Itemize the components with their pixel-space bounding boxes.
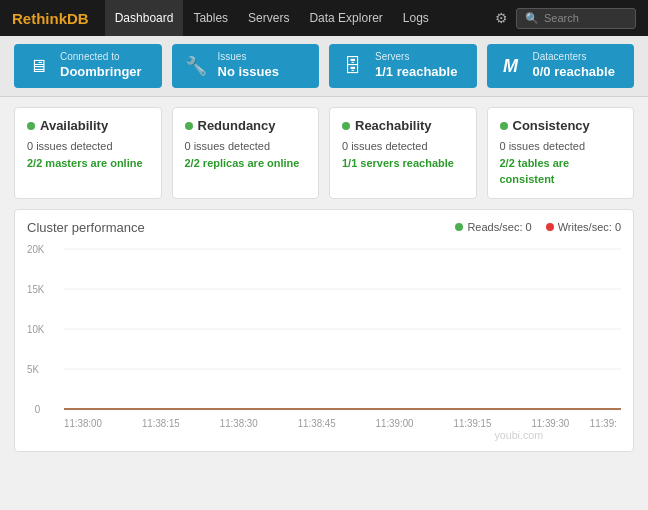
y-label-5k: 5K (27, 364, 39, 375)
x-label-0: 11:38:00 (64, 418, 102, 429)
x-label-3: 11:38:45 (298, 418, 336, 429)
x-label-6: 11:39:30 (531, 418, 569, 429)
chart-svg: 20K 15K 10K 5K 0 11:38:00 11:38:15 11:38… (27, 241, 621, 441)
health-reachability: Reachability 0 issues detected 1/1 serve… (329, 107, 477, 199)
chart-panel: Cluster performance Reads/sec: 0 Writes/… (14, 209, 634, 452)
servers-value: 1/1 reachable (375, 63, 457, 81)
consistency-title: Consistency (513, 118, 590, 133)
reads-legend-label: Reads/sec: 0 (467, 221, 531, 233)
status-connected[interactable]: 🖥 Connected to Doombringer (14, 44, 162, 88)
consistency-line1: 0 issues detected (500, 138, 622, 155)
search-input[interactable] (544, 12, 634, 24)
health-consistency: Consistency 0 issues detected 2/2 tables… (487, 107, 635, 199)
connected-value: Doombringer (60, 63, 142, 81)
reachability-line1: 0 issues detected (342, 138, 464, 155)
x-label-7: 11:39: (590, 418, 617, 429)
reads-legend-dot (455, 223, 463, 231)
issues-value: No issues (218, 63, 279, 81)
datacenters-value: 0/0 reachable (533, 63, 615, 81)
brand-db: DB (67, 10, 89, 27)
availability-dot (27, 122, 35, 130)
status-datacenters[interactable]: M Datacenters 0/0 reachable (487, 44, 635, 88)
connected-icon: 🖥 (26, 56, 50, 77)
availability-line2: 2/2 masters are online (27, 155, 149, 172)
brand-rethink: Rethink (12, 10, 67, 27)
status-servers[interactable]: 🗄 Servers 1/1 reachable (329, 44, 477, 88)
x-label-4: 11:39:00 (376, 418, 414, 429)
x-label-2: 11:38:30 (220, 418, 258, 429)
watermark: youbi.com (494, 429, 543, 441)
nav-dashboard[interactable]: Dashboard (105, 0, 184, 36)
datacenters-label: Datacenters (533, 51, 615, 63)
nav-tables[interactable]: Tables (183, 0, 238, 36)
search-box[interactable]: 🔍 (516, 8, 636, 29)
writes-legend-label: Writes/sec: 0 (558, 221, 621, 233)
navbar: RethinkDB Dashboard Tables Servers Data … (0, 0, 648, 36)
redundancy-line1: 0 issues detected (185, 138, 307, 155)
brand-logo[interactable]: RethinkDB (12, 10, 89, 27)
issues-label: Issues (218, 51, 279, 63)
nav-data-explorer[interactable]: Data Explorer (299, 0, 392, 36)
redundancy-dot (185, 122, 193, 130)
reachability-line2: 1/1 servers reachable (342, 155, 464, 172)
writes-legend-dot (546, 223, 554, 231)
consistency-dot (500, 122, 508, 130)
redundancy-line2: 2/2 replicas are online (185, 155, 307, 172)
x-label-1: 11:38:15 (142, 418, 180, 429)
nav-servers[interactable]: Servers (238, 0, 299, 36)
chart-area: 20K 15K 10K 5K 0 11:38:00 11:38:15 11:38… (27, 241, 621, 441)
reads-legend: Reads/sec: 0 (455, 221, 531, 233)
chart-header: Cluster performance Reads/sec: 0 Writes/… (27, 220, 621, 235)
health-redundancy: Redundancy 0 issues detected 2/2 replica… (172, 107, 320, 199)
servers-label: Servers (375, 51, 457, 63)
chart-legend: Reads/sec: 0 Writes/sec: 0 (455, 221, 621, 233)
x-label-5: 11:39:15 (454, 418, 492, 429)
availability-line1: 0 issues detected (27, 138, 149, 155)
connected-label: Connected to (60, 51, 142, 63)
status-issues[interactable]: 🔧 Issues No issues (172, 44, 320, 88)
reachability-dot (342, 122, 350, 130)
nav-logs[interactable]: Logs (393, 0, 439, 36)
servers-icon: 🗄 (341, 56, 365, 77)
reachability-title: Reachability (355, 118, 432, 133)
issues-icon: 🔧 (184, 55, 208, 77)
search-icon: 🔍 (525, 12, 539, 25)
y-label-10k: 10K (27, 324, 45, 335)
writes-legend: Writes/sec: 0 (546, 221, 621, 233)
settings-icon[interactable]: ⚙ (487, 10, 516, 26)
chart-title: Cluster performance (27, 220, 145, 235)
y-label-20k: 20K (27, 244, 45, 255)
datacenters-icon: M (499, 56, 523, 77)
health-panels: Availability 0 issues detected 2/2 maste… (0, 97, 648, 209)
y-label-0: 0 (35, 404, 41, 415)
consistency-line2: 2/2 tables are consistent (500, 155, 622, 188)
status-bar: 🖥 Connected to Doombringer 🔧 Issues No i… (0, 36, 648, 97)
availability-title: Availability (40, 118, 108, 133)
redundancy-title: Redundancy (198, 118, 276, 133)
y-label-15k: 15K (27, 284, 45, 295)
health-availability: Availability 0 issues detected 2/2 maste… (14, 107, 162, 199)
